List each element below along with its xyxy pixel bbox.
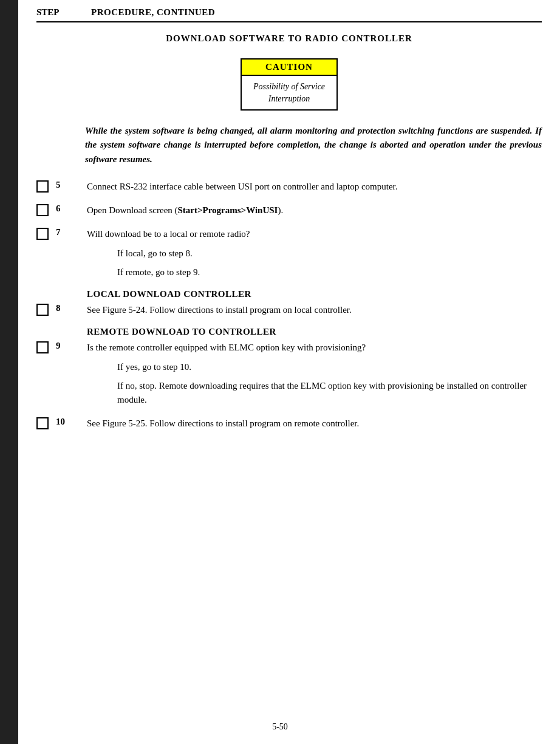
step-7-content: Will download be to a local or remote ra… xyxy=(87,227,542,279)
caution-body: Possibility of Service Interruption xyxy=(242,76,336,109)
content-area: STEP PROCEDURE, CONTINUED DOWNLOAD SOFTW… xyxy=(18,0,560,477)
caution-header: CAUTION xyxy=(242,60,336,76)
warning-text: While the system software is being chang… xyxy=(36,124,542,166)
caution-wrapper: CAUTION Possibility of Service Interrupt… xyxy=(36,58,542,111)
local-section-heading: LOCAL DOWNLOAD CONTROLLER xyxy=(87,289,542,299)
step-5-content: Connect RS-232 interface cable between U… xyxy=(87,180,542,194)
table-row: 7 Will download be to a local or remote … xyxy=(36,227,542,279)
step-7-num: 7 xyxy=(53,227,87,237)
step-8-checkbox[interactable] xyxy=(36,304,49,316)
main-content: DOWNLOAD SOFTWARE TO RADIO CONTROLLER CA… xyxy=(36,22,542,431)
table-row: 5 Connect RS-232 interface cable between… xyxy=(36,180,542,194)
left-sidebar xyxy=(0,0,18,744)
step-6-num: 6 xyxy=(53,203,87,214)
step-6-content: Open Download screen (Start>Programs>Win… xyxy=(87,203,542,217)
step-6-checkbox[interactable] xyxy=(36,204,49,216)
page-number: 5-50 xyxy=(272,722,288,732)
table-row: 6 Open Download screen (Start>Programs>W… xyxy=(36,203,542,217)
step-8-text: See Figure 5-24. Follow directions to in… xyxy=(87,305,352,315)
step-7-text: Will download be to a local or remote ra… xyxy=(87,229,250,239)
step-5-checkbox[interactable] xyxy=(36,180,49,193)
step-9-num: 9 xyxy=(53,341,87,351)
table-row: 8 See Figure 5-24. Follow directions to … xyxy=(36,303,542,317)
step-9-sub-2: If no, stop. Remote downloading requires… xyxy=(117,379,542,408)
step-6-text-pre: Open Download screen ( xyxy=(87,205,178,215)
step-7-sub-1: If local, go to step 8. xyxy=(117,247,542,261)
step-10-content: See Figure 5-25. Follow directions to in… xyxy=(87,417,542,431)
step-5-num: 5 xyxy=(53,180,87,190)
step-8-content: See Figure 5-24. Follow directions to in… xyxy=(87,303,542,317)
caution-box: CAUTION Possibility of Service Interrupt… xyxy=(241,58,338,111)
section-title: DOWNLOAD SOFTWARE TO RADIO CONTROLLER xyxy=(36,33,542,44)
step-9-text: Is the remote controller equipped with E… xyxy=(87,343,366,352)
step-10-text: See Figure 5-25. Follow directions to in… xyxy=(87,418,359,428)
header-row: STEP PROCEDURE, CONTINUED xyxy=(36,0,542,22)
step-6-text-post: ). xyxy=(278,205,283,215)
step-6-bold: Start>Programs>WinUSI xyxy=(178,205,278,215)
table-row: 10 See Figure 5-25. Follow directions to… xyxy=(36,417,542,431)
step-9-checkbox[interactable] xyxy=(36,341,49,353)
step-7-checkbox[interactable] xyxy=(36,228,49,240)
step-9-sub-1: If yes, go to step 10. xyxy=(117,360,542,374)
step-7-sub-2: If remote, go to step 9. xyxy=(117,265,542,279)
steps-area: 5 Connect RS-232 interface cable between… xyxy=(36,180,542,431)
page-container: STEP PROCEDURE, CONTINUED DOWNLOAD SOFTW… xyxy=(0,0,560,744)
step-8-num: 8 xyxy=(53,303,87,313)
step-9-content: Is the remote controller equipped with E… xyxy=(87,341,542,407)
step-5-text: Connect RS-232 interface cable between U… xyxy=(87,182,398,191)
table-row: 9 Is the remote controller equipped with… xyxy=(36,341,542,407)
remote-section-heading: REMOTE DOWNLOAD TO CONTROLLER xyxy=(87,327,542,337)
header-step: STEP xyxy=(36,7,91,18)
step-10-checkbox[interactable] xyxy=(36,417,49,429)
step-10-num: 10 xyxy=(53,417,87,427)
header-procedure: PROCEDURE, CONTINUED xyxy=(91,7,215,18)
